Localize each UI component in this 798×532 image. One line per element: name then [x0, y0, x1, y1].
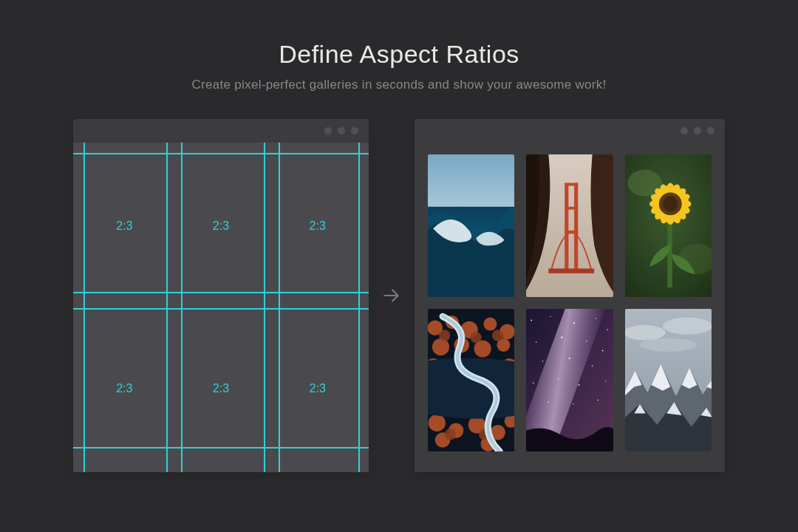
svg-point-44 [470, 332, 481, 343]
window-dot-icon [338, 127, 345, 134]
svg-point-50 [531, 320, 533, 321]
svg-point-72 [640, 338, 697, 352]
svg-point-59 [542, 361, 543, 361]
svg-point-62 [533, 383, 534, 384]
svg-point-57 [587, 341, 587, 341]
panels-row: 2:3 2:3 2:3 2:3 2:3 2:3 [73, 119, 725, 472]
window-dot-icon [681, 127, 688, 134]
ratio-cell: 2:3 [276, 316, 358, 462]
svg-point-58 [602, 350, 604, 352]
svg-rect-5 [574, 183, 578, 273]
svg-point-61 [592, 365, 593, 366]
window-dot-icon [324, 127, 332, 134]
window-dot-icon [694, 127, 701, 134]
svg-rect-6 [565, 183, 579, 186]
svg-point-43 [439, 330, 450, 341]
svg-point-54 [607, 330, 609, 331]
svg-point-68 [598, 400, 599, 401]
svg-rect-4 [565, 183, 569, 273]
svg-point-64 [579, 384, 580, 386]
gallery-thumb-ocean-wave [428, 154, 514, 297]
gallery-thumb-snowy-mountains [625, 309, 712, 451]
ratio-cell: 2:3 [83, 153, 166, 299]
page-subtitle: Create pixel-perfect galleries in second… [191, 78, 606, 92]
gallery-thumb-sunflower [625, 154, 712, 297]
svg-point-46 [445, 429, 456, 440]
gallery-thumb-winding-road [428, 309, 514, 451]
arrow-right-icon [382, 286, 401, 305]
ratio-cell: 2:3 [83, 316, 166, 462]
svg-point-71 [663, 318, 712, 335]
svg-point-53 [596, 318, 596, 318]
page-title: Define Aspect Ratios [279, 40, 519, 69]
svg-point-36 [429, 415, 446, 432]
svg-rect-1 [428, 154, 514, 211]
svg-point-52 [573, 322, 575, 324]
wireframe-window: 2:3 2:3 2:3 2:3 2:3 2:3 [73, 119, 369, 472]
svg-point-45 [492, 330, 503, 341]
ratio-cell: 2:3 [180, 316, 262, 462]
window-dot-icon [707, 127, 715, 134]
svg-point-70 [625, 325, 666, 341]
window-dot-icon [351, 127, 358, 134]
svg-rect-7 [565, 207, 579, 210]
wireframe-titlebar [73, 119, 369, 143]
svg-point-30 [432, 338, 449, 355]
ratio-cell: 2:3 [180, 153, 262, 299]
gallery-window [415, 119, 725, 472]
gallery-titlebar [415, 119, 725, 143]
svg-point-67 [573, 403, 573, 404]
svg-point-66 [548, 401, 550, 403]
svg-rect-9 [549, 268, 595, 273]
gallery-thumb-golden-gate [526, 154, 613, 297]
svg-point-63 [558, 379, 559, 380]
svg-point-60 [569, 358, 570, 359]
gallery-grid [415, 143, 725, 472]
wireframe-canvas: 2:3 2:3 2:3 2:3 2:3 2:3 [73, 143, 369, 472]
ratio-cell: 2:3 [276, 153, 358, 299]
svg-point-65 [605, 381, 606, 381]
svg-rect-13 [667, 221, 672, 287]
svg-point-55 [536, 341, 537, 343]
svg-point-28 [483, 318, 497, 331]
svg-point-23 [663, 197, 678, 212]
svg-point-51 [550, 316, 551, 317]
gallery-thumb-milky-way [526, 309, 613, 451]
svg-point-56 [562, 336, 563, 338]
